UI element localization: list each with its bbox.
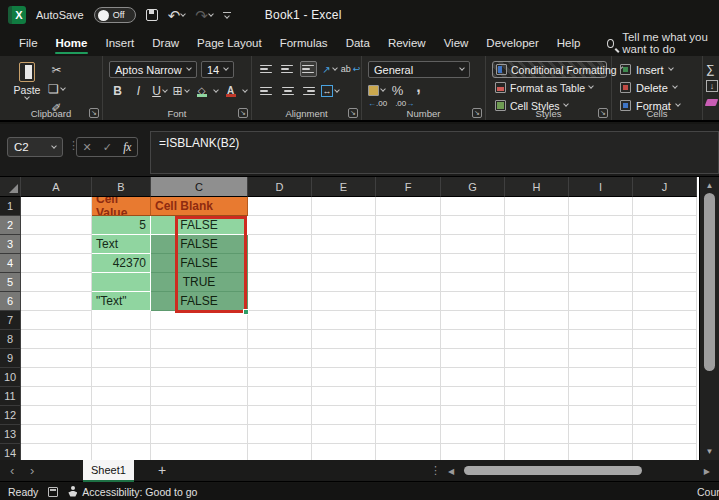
cell-B10[interactable] — [92, 368, 151, 387]
cell-F9[interactable] — [376, 349, 441, 368]
orientation-button[interactable]: ↗ — [321, 61, 338, 77]
add-sheet-button[interactable]: + — [158, 462, 166, 478]
cell-F7[interactable] — [376, 311, 441, 330]
cell-C10[interactable] — [151, 368, 248, 387]
cell-I9[interactable] — [569, 349, 633, 368]
row-header-2[interactable]: 2 — [0, 216, 21, 235]
underline-button[interactable]: U — [151, 83, 168, 99]
cell-E9[interactable] — [312, 349, 376, 368]
cell-E5[interactable] — [312, 273, 376, 292]
cell-F3[interactable] — [376, 235, 441, 254]
cell-F14[interactable] — [376, 444, 441, 460]
cell-D8[interactable] — [248, 330, 312, 349]
alignment-dialog-launcher[interactable]: ↘ — [348, 108, 358, 118]
undo-button[interactable]: ↶ — [168, 8, 186, 23]
cell-B2[interactable]: 5 — [92, 216, 151, 235]
accessibility-checker[interactable]: Accessibility: Good to go — [68, 486, 197, 498]
tab-home[interactable]: Home — [47, 32, 97, 54]
enter-icon[interactable]: ✓ — [103, 141, 112, 154]
format-as-table-button[interactable]: Format as Table — [492, 79, 607, 96]
cell-E10[interactable] — [312, 368, 376, 387]
cell-I1[interactable] — [569, 197, 633, 216]
cell-I10[interactable] — [569, 368, 633, 387]
cell-H2[interactable] — [505, 216, 569, 235]
bottom-align-button[interactable] — [300, 61, 317, 77]
percent-button[interactable]: % — [389, 82, 406, 98]
cell-H12[interactable] — [505, 406, 569, 425]
name-box[interactable]: C2 — [7, 137, 63, 157]
cell-C7[interactable] — [151, 311, 248, 330]
column-header-J[interactable]: J — [633, 177, 697, 197]
autosave-toggle[interactable]: Off — [94, 7, 136, 23]
cell-A3[interactable] — [21, 235, 92, 254]
cell-G1[interactable] — [441, 197, 505, 216]
column-header-D[interactable]: D — [248, 177, 312, 197]
cell-J3[interactable] — [633, 235, 697, 254]
cell-G5[interactable] — [441, 273, 505, 292]
cell-I5[interactable] — [569, 273, 633, 292]
cell-A5[interactable] — [21, 273, 92, 292]
cell-B6[interactable]: "Text" — [92, 292, 151, 311]
horizontal-scrollbar[interactable]: ◀ ▶ — [448, 464, 710, 478]
cell-J8[interactable] — [633, 330, 697, 349]
row-header-14[interactable]: 14 — [0, 444, 21, 460]
cell-A10[interactable] — [21, 368, 92, 387]
cell-C4[interactable]: FALSE — [151, 254, 248, 273]
tab-help[interactable]: Help — [548, 32, 590, 54]
column-header-F[interactable]: F — [376, 177, 441, 197]
cell-A6[interactable] — [21, 292, 92, 311]
tab-developer[interactable]: Developer — [477, 32, 547, 54]
cell-A13[interactable] — [21, 425, 92, 444]
cell-J7[interactable] — [633, 311, 697, 330]
cell-A14[interactable] — [21, 444, 92, 460]
cell-D10[interactable] — [248, 368, 312, 387]
cell-I3[interactable] — [569, 235, 633, 254]
select-all-corner[interactable] — [0, 177, 21, 197]
cell-D14[interactable] — [248, 444, 312, 460]
row-header-4[interactable]: 4 — [0, 254, 21, 273]
vertical-scrollbar[interactable]: ▲ ▼ — [699, 177, 719, 460]
cell-B1[interactable]: Cell Value — [92, 197, 151, 216]
cell-A11[interactable] — [21, 387, 92, 406]
cell-J13[interactable] — [633, 425, 697, 444]
row-header-8[interactable]: 8 — [0, 330, 21, 349]
cell-H4[interactable] — [505, 254, 569, 273]
cell-D6[interactable] — [248, 292, 312, 311]
quick-access-customize-icon[interactable] — [223, 12, 231, 19]
cell-F5[interactable] — [376, 273, 441, 292]
font-color-button[interactable]: A — [222, 83, 239, 99]
cell-C8[interactable] — [151, 330, 248, 349]
cell-E11[interactable] — [312, 387, 376, 406]
row-header-3[interactable]: 3 — [0, 235, 21, 254]
cell-E8[interactable] — [312, 330, 376, 349]
cell-H8[interactable] — [505, 330, 569, 349]
top-align-button[interactable] — [258, 61, 275, 77]
cell-C2[interactable]: FALSE — [151, 216, 248, 235]
font-name-select[interactable]: Aptos Narrow — [109, 61, 197, 78]
cell-B3[interactable]: Text — [92, 235, 151, 254]
cell-C3[interactable]: FALSE — [151, 235, 248, 254]
cell-A12[interactable] — [21, 406, 92, 425]
cell-G10[interactable] — [441, 368, 505, 387]
scroll-down-icon[interactable]: ▼ — [700, 447, 719, 456]
cell-E13[interactable] — [312, 425, 376, 444]
clear-button[interactable] — [706, 94, 719, 111]
cell-E2[interactable] — [312, 216, 376, 235]
cell-J14[interactable] — [633, 444, 697, 460]
cell-J5[interactable] — [633, 273, 697, 292]
cell-I7[interactable] — [569, 311, 633, 330]
cell-J9[interactable] — [633, 349, 697, 368]
cell-C1[interactable]: Cell Blank — [151, 197, 248, 216]
cell-B7[interactable] — [92, 311, 151, 330]
cell-I4[interactable] — [569, 254, 633, 273]
conditional-formatting-button[interactable]: Conditional Formatting — [492, 61, 607, 78]
cell-G7[interactable] — [441, 311, 505, 330]
cell-J6[interactable] — [633, 292, 697, 311]
cell-D4[interactable] — [248, 254, 312, 273]
cell-H11[interactable] — [505, 387, 569, 406]
scroll-left-icon[interactable]: ◀ — [448, 467, 454, 476]
autosum-button[interactable]: ∑ — [706, 60, 719, 77]
cell-H10[interactable] — [505, 368, 569, 387]
cell-D3[interactable] — [248, 235, 312, 254]
vertical-scroll-thumb[interactable] — [704, 193, 715, 371]
